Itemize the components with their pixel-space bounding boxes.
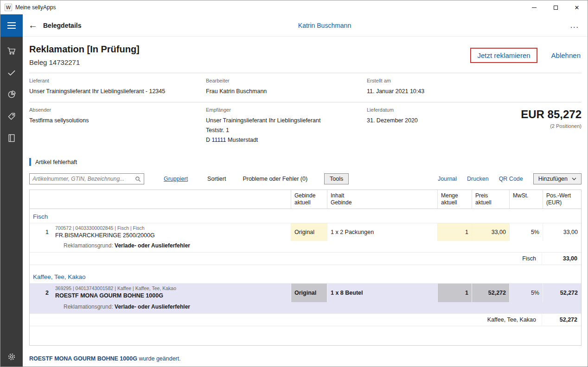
col-preis-aktuell: Preisaktuell xyxy=(472,190,509,209)
jetzt-reklamieren-button[interactable]: Jetzt reklamieren xyxy=(470,48,537,63)
cart-icon xyxy=(7,46,16,56)
cell-pos-wert: 33,00 xyxy=(543,223,581,241)
chevron-down-icon xyxy=(572,177,576,180)
article-description: 369295 | 04013743001582 | Kaffee | Kaffe… xyxy=(52,284,291,302)
page-title: Belegdetails xyxy=(43,22,81,29)
magnifier-icon xyxy=(135,176,141,182)
sidebar xyxy=(0,37,23,367)
journal-link[interactable]: Journal xyxy=(438,176,457,182)
sidebar-item-cart[interactable] xyxy=(6,46,17,56)
app-window: W Meine sellyApps ✕ ← Belegdetails Katri… xyxy=(0,0,588,367)
field-empfaenger: Empfänger Unser Trainingslieferant Ihr L… xyxy=(206,107,367,145)
group-header-kaffee[interactable]: Kaffee, Tee, Kakao xyxy=(30,269,581,284)
table-row[interactable]: 1 700572 | 04033300002845 | Fisch | Fisc… xyxy=(30,223,581,241)
cell-preis[interactable]: 52,272 xyxy=(472,284,509,302)
row-number: 2 xyxy=(30,284,52,302)
cell-gebinde[interactable]: Original xyxy=(291,223,327,241)
close-icon: ✕ xyxy=(575,5,580,11)
cell-menge[interactable]: 1 xyxy=(437,284,472,302)
cell-menge[interactable]: 1 xyxy=(437,223,472,241)
reklamationsgrund-row: Reklamationsgrund: Verlade- oder Auslief… xyxy=(30,241,581,253)
maximize-icon xyxy=(554,6,558,10)
group-header-fisch[interactable]: Fisch xyxy=(30,209,581,223)
col-mwst: MwSt. xyxy=(509,190,543,209)
filter-gruppiert[interactable]: Gruppiert xyxy=(164,176,188,182)
field-absender: Absender Testfirma sellysolutions xyxy=(29,107,206,145)
drucken-link[interactable]: Drucken xyxy=(467,176,489,182)
article-description: 700572 | 04033300002845 | Fisch | Fisch … xyxy=(52,223,291,241)
cell-mwst: 5% xyxy=(509,223,543,241)
window-controls: ✕ xyxy=(524,0,588,14)
window-title: Meine sellyApps xyxy=(15,4,56,11)
journal-icon xyxy=(7,133,16,143)
cell-gebinde[interactable]: Original xyxy=(291,284,327,302)
ablehnen-button[interactable]: Ablehnen xyxy=(551,51,581,59)
table-row-selected[interactable]: 2 369295 | 04013743001582 | Kaffee | Kaf… xyxy=(30,284,581,302)
tag-icon xyxy=(7,112,16,121)
app-logo-icon: W xyxy=(5,4,12,11)
pie-chart-icon xyxy=(7,90,16,99)
back-button[interactable]: ← xyxy=(23,20,43,31)
col-pos-wert: Pos.-Wert(EUR) xyxy=(543,190,581,209)
note-accent-bar xyxy=(29,158,31,166)
filter-sortiert[interactable]: Sortiert xyxy=(207,176,226,182)
hinzufuegen-button[interactable]: Hinzufügen xyxy=(533,173,582,184)
field-lieferant: Lieferant Unser Trainingslieferant Ihr L… xyxy=(29,78,206,96)
main-content: Reklamation [In Prüfung] Beleg 14732271 … xyxy=(23,37,588,367)
col-inhalt-gebinde: InhaltGebinde xyxy=(327,190,437,209)
qr-code-link[interactable]: QR Code xyxy=(499,176,523,182)
group-footer-fisch: Fisch 33,00 xyxy=(30,253,581,265)
header-user-link[interactable]: Katrin Buschmann xyxy=(298,22,351,29)
filter-probleme[interactable]: Probleme oder Fehler (0) xyxy=(243,176,307,182)
hamburger-menu-button[interactable] xyxy=(0,14,23,37)
field-bearbeiter: Bearbeiter Frau Katrin Buschmann xyxy=(206,78,367,96)
status-message: ROESTF MONA GOURM BOHNE 1000G wurde geän… xyxy=(29,351,582,367)
item-toolbar: Gruppiert Sortiert Probleme oder Fehler … xyxy=(29,173,582,184)
table-header-row: Gebindeaktuell InhaltGebinde Mengeaktuel… xyxy=(30,190,581,209)
document-number: Beleg 14732271 xyxy=(29,58,140,66)
cell-inhalt: 1 x 8 Beutel xyxy=(327,284,437,302)
cell-preis[interactable]: 33,00 xyxy=(472,223,509,241)
document-total: EUR 85,272 (2 Positionen) xyxy=(521,107,582,145)
minimize-button[interactable] xyxy=(524,0,545,14)
row-number: 1 xyxy=(30,223,52,241)
info-row-2: Absender Testfirma sellysolutions Empfän… xyxy=(29,102,582,151)
article-search xyxy=(29,173,144,184)
settings-gear-icon xyxy=(7,352,16,361)
sidebar-item-tasks[interactable] xyxy=(6,68,17,78)
status-note: Artikel fehlerhaft xyxy=(29,158,582,166)
maximize-button[interactable] xyxy=(545,0,566,14)
minimize-icon xyxy=(532,7,537,8)
field-erstellt-am: Erstellt am 11. Januar 2021 10:43 xyxy=(367,78,582,96)
hamburger-icon xyxy=(7,22,16,23)
sidebar-item-journal[interactable] xyxy=(6,133,17,143)
info-row-1: Lieferant Unser Trainingslieferant Ihr L… xyxy=(29,73,582,102)
positions-table: Gebindeaktuell InhaltGebinde Mengeaktuel… xyxy=(29,190,582,346)
more-options-button[interactable]: ... xyxy=(562,21,588,30)
total-amount: EUR 85,272 xyxy=(521,108,582,121)
cell-inhalt: 1 x 2 Packungen xyxy=(327,223,437,241)
sidebar-item-offers[interactable] xyxy=(6,111,17,121)
arrow-left-icon: ← xyxy=(28,20,38,30)
tools-button[interactable]: Tools xyxy=(324,173,349,184)
field-lieferdatum: Lieferdatum 31. Dezember 2020 xyxy=(367,107,521,145)
window-titlebar: W Meine sellyApps ✕ xyxy=(0,0,588,14)
reklamationsgrund-row: Reklamationsgrund: Verlade- oder Auslief… xyxy=(30,302,581,314)
search-input[interactable] xyxy=(30,176,132,182)
search-button[interactable] xyxy=(132,176,144,182)
group-footer-kaffee: Kaffee, Tee, Kakao 52,272 xyxy=(30,314,581,326)
close-button[interactable]: ✕ xyxy=(566,0,588,14)
col-menge-aktuell: Mengeaktuell xyxy=(437,190,472,209)
app-header: ← Belegdetails Katrin Buschmann ... xyxy=(0,14,588,37)
positions-count: (2 Positionen) xyxy=(521,123,582,129)
sidebar-item-settings[interactable] xyxy=(6,352,17,362)
col-gebinde-aktuell: Gebindeaktuell xyxy=(291,190,327,209)
document-title: Reklamation [In Prüfung] xyxy=(29,44,140,55)
tasks-check-icon xyxy=(7,68,16,77)
sidebar-item-statistics[interactable] xyxy=(6,89,17,100)
cell-pos-wert: 52,272 xyxy=(543,284,581,302)
cell-mwst: 5% xyxy=(509,284,543,302)
